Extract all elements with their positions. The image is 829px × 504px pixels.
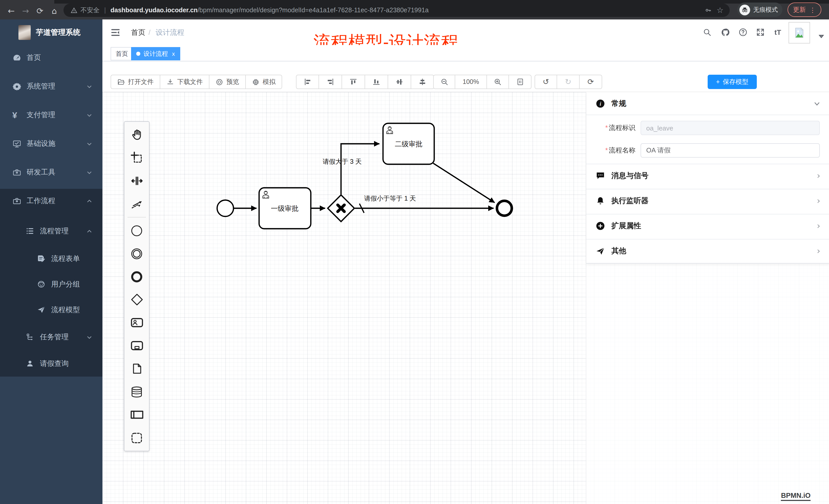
- sidebar-item-payment[interactable]: ¥ 支付管理: [0, 103, 102, 127]
- info-icon: i: [596, 99, 605, 108]
- breadcrumb-separator: /: [148, 28, 150, 36]
- caret-down-icon[interactable]: [816, 31, 827, 42]
- align-horizontal-center-icon[interactable]: [411, 75, 434, 89]
- font-size-icon[interactable]: tT: [772, 27, 784, 38]
- hand-tool[interactable]: [124, 123, 149, 146]
- chevron-right-icon: ›: [817, 170, 820, 181]
- restart-icon[interactable]: ⟳: [580, 75, 602, 89]
- undo-icon[interactable]: ↺: [535, 75, 557, 89]
- section-message-signal[interactable]: 消息与信号 ›: [586, 164, 829, 187]
- bpmn-canvas[interactable]: 一级审批 二级审批: [102, 92, 829, 504]
- simulate-button[interactable]: 模拟: [246, 75, 282, 89]
- app-logo[interactable]: 芋道管理系统: [0, 20, 102, 45]
- user-task-level2[interactable]: 二级审批: [383, 123, 434, 164]
- save-model-button[interactable]: + 保存模型: [708, 75, 757, 89]
- user-avatar[interactable]: [789, 22, 810, 43]
- zoom-reset-icon[interactable]: [509, 75, 532, 89]
- process-key-input[interactable]: [641, 121, 820, 135]
- create-user-task[interactable]: [124, 311, 149, 334]
- sidebar-item-workflow[interactable]: 工作流程: [0, 189, 102, 214]
- exclusive-gateway[interactable]: [328, 195, 354, 222]
- edge-label-greater-3-days[interactable]: 请假大于 3 天: [323, 158, 362, 165]
- browser-reload-button[interactable]: ⟳: [34, 5, 46, 17]
- space-tool[interactable]: [124, 169, 149, 192]
- process-name-input[interactable]: [641, 143, 820, 158]
- search-icon[interactable]: [701, 27, 713, 38]
- align-left-icon[interactable]: [296, 75, 319, 89]
- not-secure-label[interactable]: 不安全: [80, 6, 100, 14]
- flow-task2-to-end[interactable]: [433, 163, 495, 203]
- bookmark-star-icon[interactable]: ☆: [717, 6, 723, 15]
- edge-label-lessequal-1-day[interactable]: 请假小于等于 1 天: [364, 195, 416, 202]
- redo-icon[interactable]: ↻: [557, 75, 580, 89]
- bpmn-io-watermark[interactable]: BPMN.iO: [781, 492, 810, 501]
- tag-home[interactable]: 首页: [111, 47, 133, 61]
- close-tab-icon[interactable]: x: [172, 51, 175, 57]
- browser-menu-icon[interactable]: ⋮: [809, 6, 816, 13]
- end-event[interactable]: [497, 201, 512, 216]
- paper-plane-icon: [37, 306, 46, 315]
- help-icon[interactable]: [737, 27, 749, 38]
- sidebar-item-process-model[interactable]: 流程模型: [0, 298, 102, 322]
- start-event[interactable]: [217, 200, 233, 217]
- download-file-button[interactable]: 下载文件: [160, 75, 209, 89]
- browser-update-button[interactable]: 更新 ⋮: [788, 3, 821, 17]
- create-data-object[interactable]: [124, 357, 149, 380]
- url-path: /bpm/manager/model/design?modelId=e4a1a1…: [197, 7, 429, 14]
- create-gateway[interactable]: [124, 288, 149, 311]
- breadcrumb-home[interactable]: 首页: [131, 28, 145, 37]
- incognito-label: 无痕模式: [753, 5, 778, 14]
- section-other[interactable]: 其他 ›: [586, 239, 829, 262]
- create-group[interactable]: [124, 426, 149, 449]
- lasso-tool[interactable]: [124, 146, 149, 169]
- sidebar-item-process-form[interactable]: 流程表单: [0, 247, 102, 271]
- page-root: ← → ⟳ ⌂ 不安全 | dashboard.yudao.iocoder.cn…: [0, 0, 829, 504]
- breadcrumb-current: 设计流程: [156, 28, 184, 37]
- align-bottom-icon[interactable]: [365, 75, 388, 89]
- sidebar-collapse-icon[interactable]: [110, 27, 121, 38]
- chevron-down-icon: [86, 335, 92, 340]
- sidebar-item-system[interactable]: 系统管理: [0, 74, 102, 99]
- user-task-level1[interactable]: 一级审批: [259, 188, 311, 229]
- gear-icon: [12, 82, 22, 91]
- create-data-store[interactable]: [124, 380, 149, 403]
- app-title: 芋道管理系统: [36, 27, 80, 37]
- browser-forward-button[interactable]: →: [20, 5, 32, 17]
- properties-panel: i 常规 *流程标识 *流程名称 消息与信号: [586, 92, 829, 504]
- key-icon[interactable]: [704, 7, 712, 14]
- browser-home-button[interactable]: ⌂: [48, 5, 61, 17]
- align-vertical-center-icon[interactable]: [388, 75, 411, 89]
- sidebar-item-infrastructure[interactable]: 基础设施: [0, 131, 102, 156]
- align-right-icon[interactable]: [319, 75, 342, 89]
- section-general[interactable]: i 常规: [586, 92, 829, 115]
- sidebar-item-home[interactable]: 首页: [0, 45, 102, 70]
- sidebar-item-leave-query[interactable]: 请假查询: [0, 351, 102, 376]
- create-start-event[interactable]: [124, 219, 149, 242]
- sidebar-item-user-groups[interactable]: 用户分组: [0, 272, 102, 297]
- tag-design-process[interactable]: 设计流程 x: [131, 47, 180, 61]
- sidebar-item-task-management[interactable]: 任务管理: [0, 325, 102, 349]
- flow-gateway-to-task2[interactable]: [341, 144, 380, 194]
- chevron-right-icon: ›: [817, 195, 820, 206]
- github-icon[interactable]: [719, 27, 731, 38]
- properties-panel-card: i 常规 *流程标识 *流程名称 消息与信号: [586, 92, 829, 264]
- zoom-out-icon[interactable]: [433, 75, 455, 89]
- zoom-in-icon[interactable]: [487, 75, 509, 89]
- address-bar[interactable]: 不安全 | dashboard.yudao.iocoder.cn/bpm/man…: [64, 4, 730, 17]
- create-subprocess[interactable]: [124, 334, 149, 357]
- create-participant-pool[interactable]: [124, 403, 149, 426]
- global-connect-tool[interactable]: [124, 192, 149, 216]
- preview-button[interactable]: 预览: [209, 75, 246, 89]
- fullscreen-icon[interactable]: [755, 27, 766, 38]
- create-end-event[interactable]: [124, 265, 149, 288]
- create-intermediate-event[interactable]: [124, 242, 149, 265]
- align-top-icon[interactable]: [342, 75, 365, 89]
- field-process-name: *流程名称: [586, 143, 829, 158]
- sidebar-item-dev-tools[interactable]: 研发工具: [0, 160, 102, 185]
- section-extended-attributes[interactable]: 扩展属性 ›: [586, 215, 829, 237]
- chevron-up-icon: [86, 198, 92, 204]
- section-execution-listener[interactable]: 执行监听器 ›: [586, 189, 829, 212]
- sidebar-item-process-management[interactable]: 流程管理: [0, 219, 102, 243]
- browser-back-button[interactable]: ←: [5, 5, 17, 17]
- open-file-button[interactable]: 打开文件: [111, 75, 160, 89]
